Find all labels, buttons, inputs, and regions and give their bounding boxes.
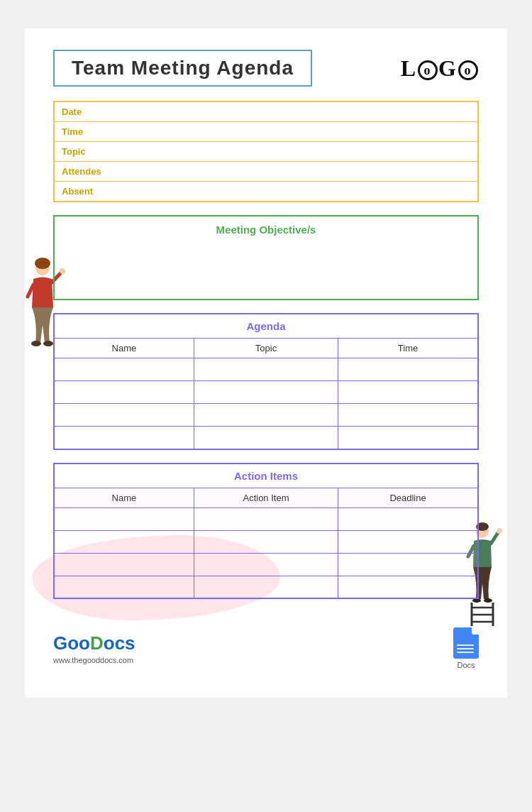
topic-label: Topic xyxy=(54,142,125,162)
absent-label: Absent xyxy=(54,182,125,202)
table-row xyxy=(54,576,478,598)
gooddocs-logo: GooDocs xyxy=(53,632,135,654)
action-wrapper: Action Items Name Action Item Deadline xyxy=(53,463,479,600)
action-deadline-2 xyxy=(338,530,478,553)
action-col-deadline: Deadline xyxy=(338,488,478,508)
agenda-col-time: Time xyxy=(338,339,478,358)
svg-point-5 xyxy=(31,341,41,346)
agenda-name-1 xyxy=(54,358,194,381)
table-row xyxy=(54,404,478,427)
logo-green-d: D xyxy=(90,632,104,654)
docs-label: Docs xyxy=(457,661,475,669)
info-row-topic: Topic xyxy=(54,142,478,162)
agenda-topic-1 xyxy=(194,358,338,381)
agenda-time-3 xyxy=(338,404,478,427)
action-deadline-1 xyxy=(338,508,478,530)
action-name-2 xyxy=(54,530,194,553)
docs-icon-image xyxy=(453,627,479,659)
agenda-time-1 xyxy=(338,358,478,381)
logo: LoGo xyxy=(401,55,479,82)
agenda-time-4 xyxy=(338,427,478,449)
table-row xyxy=(54,530,478,553)
svg-point-13 xyxy=(484,598,492,603)
svg-point-10 xyxy=(497,528,502,534)
logo-g: G xyxy=(438,55,458,81)
action-name-4 xyxy=(54,576,194,598)
date-label: Date xyxy=(54,102,125,122)
agenda-col-topic: Topic xyxy=(194,339,338,358)
agenda-title: Agenda xyxy=(54,314,478,339)
action-deadline-4 xyxy=(338,576,478,598)
docs-icon-lines xyxy=(457,644,474,653)
svg-line-4 xyxy=(28,285,33,297)
objectives-title: Meeting Objective/s xyxy=(65,224,467,236)
agenda-name-2 xyxy=(54,381,194,404)
agenda-col-name: Name xyxy=(54,339,194,358)
info-row-absent: Absent xyxy=(54,182,478,202)
attendes-label: Attendes xyxy=(54,162,125,182)
action-name-3 xyxy=(54,553,194,576)
logo-ocs: ocs xyxy=(104,632,135,654)
agenda-title-row: Agenda xyxy=(54,314,478,339)
footer-url: www.thegooddocs.com xyxy=(53,656,135,664)
agenda-topic-3 xyxy=(194,404,338,427)
info-table: Date Time Topic Attendes Absent xyxy=(53,101,479,202)
agenda-table: Agenda Name Topic Time xyxy=(53,313,479,450)
action-title: Action Items xyxy=(54,463,478,488)
title-box: Team Meeting Agenda xyxy=(53,50,312,87)
topic-value xyxy=(125,142,478,162)
table-row xyxy=(54,427,478,449)
action-col-item: Action Item xyxy=(194,488,338,508)
time-label: Time xyxy=(54,122,125,142)
docs-icon-line-1 xyxy=(457,644,474,646)
action-item-2 xyxy=(194,530,338,553)
action-item-3 xyxy=(194,553,338,576)
agenda-topic-4 xyxy=(194,427,338,449)
attendes-value xyxy=(125,162,478,182)
action-name-1 xyxy=(54,508,194,530)
objectives-box: Meeting Objective/s xyxy=(53,215,479,300)
action-item-1 xyxy=(194,508,338,530)
absent-value xyxy=(125,182,478,202)
action-header-row: Name Action Item Deadline xyxy=(54,488,478,508)
table-row xyxy=(54,553,478,576)
logo-o1: o xyxy=(418,60,438,80)
docs-icon-line-2 xyxy=(457,648,474,649)
table-row xyxy=(54,508,478,530)
svg-point-6 xyxy=(43,341,53,346)
footer-brand: GooDocs www.thegooddocs.com xyxy=(53,632,135,664)
svg-line-9 xyxy=(491,532,499,544)
info-row-time: Time xyxy=(54,122,478,142)
agenda-name-3 xyxy=(54,404,194,427)
info-row-date: Date xyxy=(54,102,478,122)
info-row-attendes: Attendes xyxy=(54,162,478,182)
header: Team Meeting Agenda LoGo xyxy=(53,50,479,87)
action-items-table: Action Items Name Action Item Deadline xyxy=(53,463,479,600)
time-value xyxy=(125,122,478,142)
docs-icon-line-3 xyxy=(457,652,474,653)
table-row xyxy=(54,358,478,381)
footer: GooDocs www.thegooddocs.com Docs xyxy=(53,620,479,669)
table-row xyxy=(54,381,478,404)
agenda-topic-2 xyxy=(194,381,338,404)
agenda-name-4 xyxy=(54,427,194,449)
svg-point-1 xyxy=(35,258,50,269)
logo-l: L xyxy=(401,55,417,81)
agenda-header-row: Name Topic Time xyxy=(54,339,478,358)
action-item-4 xyxy=(194,576,338,598)
date-value xyxy=(125,102,478,122)
action-deadline-3 xyxy=(338,553,478,576)
objectives-wrapper: Meeting Objective/s xyxy=(53,215,479,300)
page-title: Team Meeting Agenda xyxy=(72,57,294,79)
action-title-row: Action Items xyxy=(54,463,478,488)
docs-icon: Docs xyxy=(453,627,479,669)
agenda-time-2 xyxy=(338,381,478,404)
logo-goo: Goo xyxy=(53,632,90,654)
page: Team Meeting Agenda LoGo Date Time Topic… xyxy=(25,28,507,698)
logo-o2: o xyxy=(458,60,478,80)
action-col-name: Name xyxy=(54,488,194,508)
